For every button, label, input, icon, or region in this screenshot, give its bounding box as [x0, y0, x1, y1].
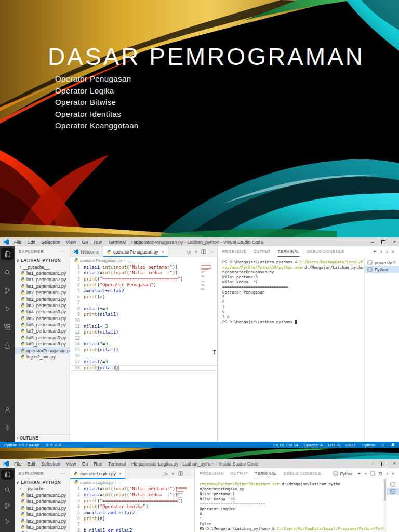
breadcrumb[interactable]: operatorLogika.py › …: [70, 479, 194, 485]
tree-item-tugas2_nim.py[interactable]: tugas2_nim.py: [15, 354, 70, 360]
new-terminal-icon[interactable]: ＋: [356, 470, 361, 477]
minimap[interactable]: [177, 487, 190, 498]
python-version[interactable]: Python 3.9.7 64-bit: [4, 443, 39, 447]
status-python[interactable]: Python: [362, 443, 375, 447]
more-actions-icon[interactable]: ···: [187, 471, 191, 476]
menu-selection[interactable]: Selection: [41, 240, 60, 245]
menu-selection[interactable]: Selection: [41, 461, 60, 467]
panel-tab-output[interactable]: OUTPUT: [230, 469, 248, 478]
tree-item-lat2_pertemuan1.py[interactable]: lat2_pertemuan1.py: [15, 289, 70, 296]
terminal-instance-1[interactable]: [387, 481, 399, 488]
active-terminal-label[interactable]: Python: [333, 471, 353, 476]
tree-item-__pycache__[interactable]: ›__pycache__: [15, 263, 70, 270]
panel-tab-problems[interactable]: PROBLEMS: [200, 469, 223, 478]
restore-button[interactable]: [381, 240, 385, 244]
panel-tab-terminal[interactable]: TERMINAL: [277, 247, 299, 257]
menu-help[interactable]: Help: [131, 461, 141, 467]
terminal-instance-powershell[interactable]: powershell: [365, 259, 399, 266]
close-button[interactable]: ×: [393, 461, 396, 467]
more-actions-icon[interactable]: ···: [209, 249, 214, 255]
menu-go[interactable]: Go: [82, 461, 88, 467]
tree-item-lat1_pertemuan1.py[interactable]: lat1_pertemuan1.py: [15, 270, 70, 276]
split-terminal-icon[interactable]: [370, 471, 375, 476]
split-editor-icon[interactable]: [178, 471, 183, 476]
tree-item-lat1_pertemuan1.py[interactable]: lat1_pertemuan1.py: [15, 492, 70, 498]
gear-icon[interactable]: [1, 421, 14, 434]
tree-item-lat1_pertemuan2.py[interactable]: lat1_pertemuan2.py: [15, 498, 70, 504]
new-terminal-icon[interactable]: ＋: [372, 248, 377, 255]
close-panel-icon[interactable]: ×: [392, 249, 394, 255]
outline-section[interactable]: › OUTLINE: [15, 434, 70, 442]
minimize-button[interactable]: –: [371, 461, 375, 467]
tree-item-lat8_pertemuan3.py[interactable]: lat8_pertemuan3.py: [15, 335, 70, 341]
close-panel-icon[interactable]: ×: [392, 471, 394, 476]
tree-item-lat1_pertemuan3.py[interactable]: lat1_pertemuan3.py: [15, 283, 70, 289]
tree-item-__pycache__[interactable]: ›__pycache__: [15, 485, 70, 491]
run-button[interactable]: ▷: [165, 471, 168, 476]
panel-tab-terminal[interactable]: TERMINAL: [255, 469, 276, 478]
menu-go[interactable]: Go: [82, 240, 88, 245]
tab-operatorPenugasan.py[interactable]: operatorPenugasan.py×: [103, 246, 168, 257]
menu-terminal[interactable]: Terminal: [108, 240, 126, 245]
tab-Welcome[interactable]: Welcome: [70, 246, 103, 257]
terminal-output[interactable]: PS D:\Mengajar\Latihan_python> & C:/User…: [218, 257, 364, 442]
menu-file[interactable]: File: [14, 240, 22, 245]
tree-root[interactable]: ∨LATIHAN_PYTHON: [15, 257, 70, 263]
status-spaces[interactable]: Spaces: 4: [304, 443, 323, 447]
tree-item-lat1_pertemuan2.py[interactable]: lat1_pertemuan2.py: [15, 276, 70, 283]
debug-icon[interactable]: [1, 516, 14, 526]
panel-tab-debug-console[interactable]: DEBUG CONSOLE: [307, 247, 344, 257]
panel-tab-debug-console[interactable]: DEBUG CONSOLE: [284, 469, 322, 478]
menu-file[interactable]: File: [14, 461, 22, 467]
run-dropdown-icon[interactable]: ∨: [172, 472, 175, 476]
code-editor[interactable]: 1nilai1=int(input("Nilai pertama:"))2nil…: [70, 485, 194, 532]
menu-edit[interactable]: Edit: [28, 461, 36, 467]
terminal-dropdown-icon[interactable]: ∨: [364, 472, 367, 476]
more-actions-icon[interactable]: ···: [60, 249, 65, 254]
close-button[interactable]: ×: [393, 239, 396, 245]
close-icon[interactable]: ×: [119, 471, 122, 476]
debug-icon[interactable]: [1, 302, 14, 315]
menu-edit[interactable]: Edit: [28, 240, 36, 245]
minimap[interactable]: [201, 265, 214, 291]
tree-item-lat1_pertemuan3.py[interactable]: lat1_pertemuan3.py: [15, 505, 70, 511]
account-icon[interactable]: [1, 403, 14, 416]
tree-item-lat3_pertemuan3.py[interactable]: lat3_pertemuan3.py: [15, 524, 70, 530]
tree-item-lat3_pertemuan3.py[interactable]: lat3_pertemuan3.py: [15, 302, 70, 309]
files-icon[interactable]: [1, 248, 14, 260]
menu-terminal[interactable]: Terminal: [108, 461, 126, 467]
test-icon[interactable]: [1, 339, 14, 351]
terminal-instance-Python[interactable]: Python: [365, 266, 399, 273]
tree-item-lat2_pertemuan3.py[interactable]: lat2_pertemuan3.py: [15, 517, 70, 524]
status-crlf[interactable]: CRLF: [345, 443, 356, 447]
maximize-panel-icon[interactable]: ∧: [386, 472, 389, 476]
more-actions-icon[interactable]: ···: [60, 471, 65, 476]
search-icon[interactable]: [1, 485, 14, 495]
tree-item-lat9_pertemuan3.py[interactable]: lat9_pertemuan3.py: [15, 341, 70, 347]
tab-operatorLogika.py[interactable]: operatorLogika.py×: [70, 468, 126, 479]
tree-item-lat5_pertemuan3.py[interactable]: lat5_pertemuan3.py: [15, 315, 70, 322]
split-editor-icon[interactable]: [201, 249, 206, 254]
code-editor[interactable]: 1nilai1=int(input("Nilai pertama:"))2nil…: [70, 263, 217, 442]
kill-terminal-icon[interactable]: [378, 471, 383, 476]
panel-tab-output[interactable]: OUTPUT: [253, 247, 271, 257]
files-icon[interactable]: [1, 470, 14, 480]
scm-icon[interactable]: [1, 284, 14, 297]
tree-item-lat2_pertemuan1.py[interactable]: lat2_pertemuan1.py: [15, 511, 70, 517]
menu-run[interactable]: Run: [94, 461, 102, 467]
status-ln-18-col-14[interactable]: Ln 18, Col 14: [273, 443, 298, 447]
tree-item-lat2_pertemuan3.py[interactable]: lat2_pertemuan3.py: [15, 296, 70, 302]
tree-item-lat4_pertemuan3.py[interactable]: lat4_pertemuan3.py: [15, 309, 70, 315]
problems-indicator[interactable]: ⊘ 0 ⚠ 0: [45, 443, 61, 447]
tree-item-lat7_pertemuan3.py[interactable]: lat7_pertemuan3.py: [15, 328, 70, 334]
maximize-panel-icon[interactable]: ∧: [386, 250, 389, 254]
feedback-icon[interactable]: ☺: [381, 443, 385, 447]
panel-tab-problems[interactable]: PROBLEMS: [222, 247, 246, 257]
run-dropdown-icon[interactable]: ∨: [195, 250, 197, 254]
extensions-icon[interactable]: [1, 321, 14, 333]
menu-run[interactable]: Run: [94, 240, 102, 245]
tree-item-operatorPenugasan.py[interactable]: operatorPenugasan.py: [15, 347, 70, 353]
tree-root[interactable]: ∨LATIHAN_PYTHON: [15, 479, 70, 485]
scm-icon[interactable]: [1, 501, 14, 511]
terminal-dropdown-icon[interactable]: ∨: [380, 250, 382, 254]
